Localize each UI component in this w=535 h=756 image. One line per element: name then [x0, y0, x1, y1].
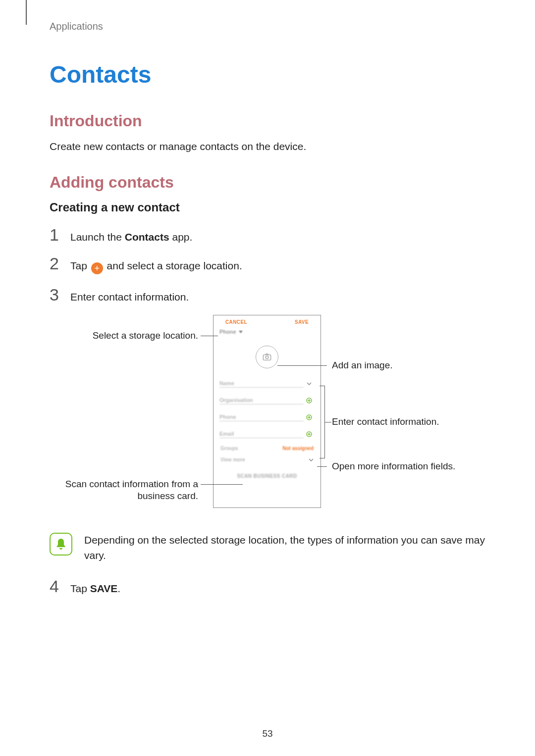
contact-form-diagram: CANCEL SAVE Phone Name: [54, 315, 481, 513]
note-icon: [50, 533, 72, 555]
step-number: 3: [50, 286, 70, 303]
callout-line: [317, 466, 327, 467]
step-number: 4: [50, 578, 70, 595]
cancel-button[interactable]: CANCEL: [225, 319, 247, 325]
plus-icon: +: [91, 262, 103, 274]
save-label: SAVE: [90, 583, 118, 594]
steps-list-cont: 4 Tap SAVE.: [50, 578, 485, 595]
note-block: Depending on the selected storage locati…: [50, 533, 485, 563]
step-text: Launch the: [70, 231, 125, 243]
svg-point-1: [266, 356, 268, 359]
callout-storage: Select a storage location.: [92, 330, 198, 342]
scan-business-card-button[interactable]: SCAN BUSINESS CARD: [214, 465, 321, 479]
bell-icon: [55, 538, 67, 551]
breadcrumb: Applications: [50, 21, 485, 32]
add-icon[interactable]: [304, 431, 315, 437]
groups-value: Not assigned: [282, 446, 314, 451]
step-3: 3 Enter contact information.: [50, 286, 485, 303]
callout-line: [201, 484, 243, 485]
step-text: Tap: [70, 260, 90, 271]
subsection-creating: Creating a new contact: [50, 201, 485, 214]
step-number: 2: [50, 255, 70, 272]
section-introduction: Introduction: [50, 112, 485, 130]
callout-bracket: [320, 386, 325, 458]
email-field[interactable]: Email: [214, 426, 321, 443]
add-image-button[interactable]: [256, 346, 278, 368]
view-more-button[interactable]: View more: [214, 452, 321, 465]
steps-list: 1 Launch the Contacts app. 2 Tap + and s…: [50, 226, 485, 303]
field-label: Phone: [219, 414, 304, 421]
step-text: Enter contact information.: [70, 291, 189, 303]
phone-field[interactable]: Phone: [214, 409, 321, 426]
step-text: .: [117, 583, 120, 594]
organisation-field[interactable]: Organisation: [214, 392, 321, 409]
callout-text: Scan contact information from a: [65, 479, 198, 489]
add-icon[interactable]: [304, 398, 315, 403]
storage-dropdown[interactable]: Phone: [214, 328, 321, 337]
section-adding-contacts: Adding contacts: [50, 173, 485, 192]
field-label: Name: [219, 380, 304, 388]
callout-line: [201, 336, 218, 336]
step-text: app.: [169, 231, 193, 243]
save-button[interactable]: SAVE: [295, 319, 309, 325]
groups-field[interactable]: Groups Not assigned: [214, 443, 321, 452]
field-label: Email: [219, 431, 304, 438]
page-tick-mark: [26, 0, 27, 25]
chevron-down-icon: [304, 382, 315, 385]
camera-icon: [263, 353, 271, 360]
field-label: Organisation: [219, 397, 304, 404]
step-4: 4 Tap SAVE.: [50, 578, 485, 595]
page-title: Contacts: [50, 61, 485, 88]
field-label: Groups: [220, 446, 238, 451]
name-field[interactable]: Name: [214, 375, 321, 392]
callout-scan: Scan contact information from a business…: [64, 478, 198, 502]
step-1: 1 Launch the Contacts app.: [50, 226, 485, 243]
phone-mock: CANCEL SAVE Phone Name: [213, 315, 321, 508]
step-2: 2 Tap + and select a storage location.: [50, 255, 485, 274]
view-more-label: View more: [220, 457, 245, 462]
intro-text: Create new contacts or manage contacts o…: [50, 139, 485, 153]
page-content: Applications Contacts Introduction Creat…: [0, 0, 535, 595]
storage-label: Phone: [219, 329, 236, 335]
callout-text: business card.: [137, 491, 198, 501]
chevron-down-icon: [309, 457, 314, 462]
callout-line: [277, 365, 327, 366]
step-number: 1: [50, 226, 70, 243]
callout-info: Enter contact information.: [332, 416, 439, 428]
app-name: Contacts: [125, 231, 169, 243]
step-text: Tap: [70, 583, 90, 594]
note-text: Depending on the selected storage locati…: [84, 533, 485, 563]
callout-image: Add an image.: [332, 359, 393, 371]
step-text: and select a storage location.: [104, 260, 242, 271]
callout-more: Open more information fields.: [332, 460, 455, 472]
add-icon[interactable]: [304, 414, 315, 420]
page-number: 53: [0, 728, 535, 739]
chevron-down-icon: [239, 331, 243, 333]
